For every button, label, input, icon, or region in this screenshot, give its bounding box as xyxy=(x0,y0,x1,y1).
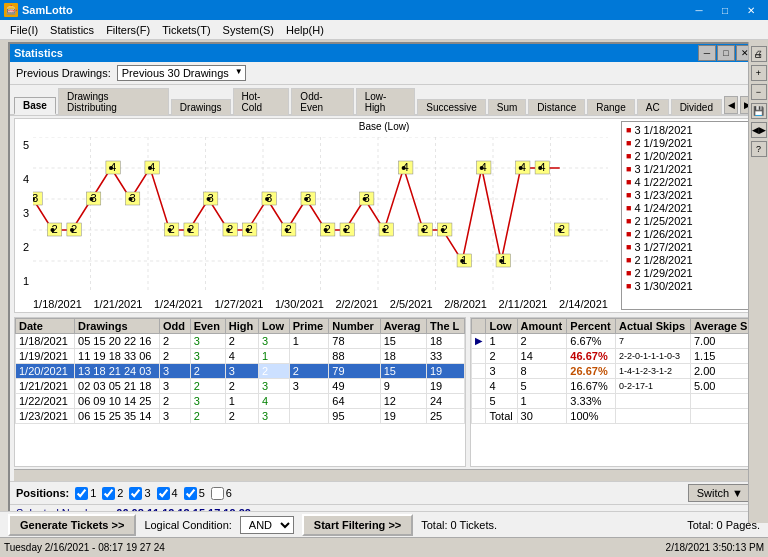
col-percent: Percent xyxy=(567,319,616,334)
y-label-1: 1 xyxy=(23,275,29,287)
tab-divided[interactable]: Divided xyxy=(671,99,722,115)
table-row[interactable]: 1/22/2021 06 09 10 14 25 2 3 1 4 64 12 2… xyxy=(16,394,465,409)
pos-checkbox-2[interactable] xyxy=(102,487,115,500)
app-title: SamLotto xyxy=(22,4,686,16)
table-row[interactable]: 1/21/2021 02 03 05 21 18 3 2 2 3 3 49 9 … xyxy=(16,379,465,394)
table-row[interactable]: ▶ 1 2 6.67% 7 7.00 xyxy=(472,334,753,349)
table-row[interactable]: 1/18/2021 05 15 20 22 16 2 3 2 3 1 78 15… xyxy=(16,334,465,349)
menu-file[interactable]: File(I) xyxy=(4,22,44,38)
table-row[interactable]: 5 1 3.33% xyxy=(472,394,753,409)
y-label-4: 4 xyxy=(23,173,29,185)
pos-check-3[interactable]: 3 xyxy=(129,487,150,500)
prev-drawings-label: Previous Drawings: xyxy=(16,67,111,79)
stats-maximize[interactable]: □ xyxy=(717,45,735,61)
pos-checkbox-5[interactable] xyxy=(184,487,197,500)
tab-sum[interactable]: Sum xyxy=(488,99,527,115)
table-row[interactable]: 4 5 16.67% 0-2-17-1 5.00 xyxy=(472,379,753,394)
save-button[interactable]: 💾 xyxy=(751,103,767,119)
tab-low-high[interactable]: Low-High xyxy=(356,88,416,115)
nav-button[interactable]: ◀▶ xyxy=(751,122,767,138)
generate-tickets-button[interactable]: Generate Tickets >> xyxy=(8,514,136,536)
zoom-out-button[interactable]: − xyxy=(751,84,767,100)
pos-check-2[interactable]: 2 xyxy=(102,487,123,500)
x-label-0: 1/18/2021 xyxy=(33,298,82,310)
table-row[interactable]: 1/20/2021 13 18 21 24 03 3 2 3 2 2 79 15… xyxy=(16,364,465,379)
left-table: Date Drawings Odd Even High Low Prime Nu… xyxy=(15,318,465,424)
menu-help[interactable]: Help(H) xyxy=(280,22,330,38)
close-button[interactable]: ✕ xyxy=(738,0,764,20)
col-drawings: Drawings xyxy=(75,319,160,334)
zoom-in-button[interactable]: + xyxy=(751,65,767,81)
col-odd: Odd xyxy=(160,319,191,334)
logic-condition-label: Logical Condition: xyxy=(144,519,231,531)
svg-point-67 xyxy=(363,197,367,201)
maximize-button[interactable]: □ xyxy=(712,0,738,20)
right-data-table[interactable]: Low Amount Percent Actual Skips Average … xyxy=(470,317,754,467)
table-row[interactable]: 1/19/2021 11 19 18 33 06 2 3 4 1 88 18 3… xyxy=(16,349,465,364)
left-data-table[interactable]: Date Drawings Odd Even High Low Prime Nu… xyxy=(14,317,466,467)
legend-item-3: ■3 1/21/2021 xyxy=(626,163,746,176)
legend-item-0: ■3 1/18/2021 xyxy=(626,124,746,137)
prev-drawings-select[interactable]: Previous 10 Drawings Previous 20 Drawing… xyxy=(117,65,246,81)
pos-check-5[interactable]: 5 xyxy=(184,487,205,500)
table-row[interactable]: 3 8 26.67% 1-4-1-2-3-1-2 2.00 xyxy=(472,364,753,379)
tab-odd-even[interactable]: Odd-Even xyxy=(291,88,353,115)
col-indicator xyxy=(472,319,486,334)
tab-range[interactable]: Range xyxy=(587,99,634,115)
col-number: Number xyxy=(329,319,380,334)
menu-filters[interactable]: Filters(F) xyxy=(100,22,156,38)
tab-hot-cold[interactable]: Hot-Cold xyxy=(233,88,290,115)
help-button[interactable]: ? xyxy=(751,141,767,157)
pos-check-1[interactable]: 1 xyxy=(75,487,96,500)
y-label-2: 2 xyxy=(23,241,29,253)
tab-successive[interactable]: Successive xyxy=(417,99,486,115)
legend-item-10: ■2 1/28/2021 xyxy=(626,254,746,267)
x-label-7: 2/8/2021 xyxy=(444,298,487,310)
legend-item-9: ■3 1/27/2021 xyxy=(626,241,746,254)
x-label-8: 2/11/2021 xyxy=(499,298,548,310)
pos-checkbox-1[interactable] xyxy=(75,487,88,500)
stats-window-controls: ─ □ ✕ xyxy=(698,45,754,61)
menu-tickets[interactable]: Tickets(T) xyxy=(156,22,216,38)
svg-point-46 xyxy=(226,228,230,232)
right-toolbar: 🖨 + − 💾 ◀▶ ? xyxy=(748,42,768,523)
switch-button[interactable]: Switch ▼ xyxy=(688,484,752,502)
minimize-button[interactable]: ─ xyxy=(686,0,712,20)
svg-point-97 xyxy=(558,228,562,232)
stats-titlebar: Statistics ─ □ ✕ xyxy=(10,44,758,62)
table-row[interactable]: 2 14 46.67% 2-2-0-1-1-1-0-3 1.15 xyxy=(472,349,753,364)
pos-checkbox-6[interactable] xyxy=(211,487,224,500)
tab-ac[interactable]: AC xyxy=(637,99,669,115)
svg-point-58 xyxy=(304,197,308,201)
statistics-window: Statistics ─ □ ✕ Previous Drawings: Prev… xyxy=(8,42,760,523)
pos-check-6[interactable]: 6 xyxy=(211,487,232,500)
svg-point-34 xyxy=(148,166,152,170)
tabs-bar: Base Drawings Distributing Drawings Hot-… xyxy=(10,85,758,116)
menu-statistics[interactable]: Statistics xyxy=(44,22,100,38)
chart-title: Base (Low) xyxy=(359,121,410,132)
tab-drawings-distributing[interactable]: Drawings Distributing xyxy=(58,88,169,115)
tab-distance[interactable]: Distance xyxy=(528,99,585,115)
pos-check-4[interactable]: 4 xyxy=(157,487,178,500)
print-button[interactable]: 🖨 xyxy=(751,46,767,62)
col-even: Even xyxy=(190,319,225,334)
window-controls: ─ □ ✕ xyxy=(686,0,764,20)
pos-checkbox-4[interactable] xyxy=(157,487,170,500)
col-date: Date xyxy=(16,319,75,334)
tabs-prev-btn[interactable]: ◀ xyxy=(724,96,738,114)
table-row[interactable]: 1/23/2021 06 15 25 35 14 3 2 2 3 95 19 2… xyxy=(16,409,465,424)
svg-point-64 xyxy=(343,228,347,232)
tab-base[interactable]: Base xyxy=(14,97,56,115)
logic-condition-select[interactable]: AND OR xyxy=(240,516,294,534)
table-row[interactable]: Total 30 100% xyxy=(472,409,753,424)
stats-minimize[interactable]: ─ xyxy=(698,45,716,61)
horizontal-scrollbar[interactable] xyxy=(14,469,754,481)
svg-point-31 xyxy=(128,197,132,201)
start-filtering-button[interactable]: Start Filtering >> xyxy=(302,514,413,536)
menu-system[interactable]: System(S) xyxy=(217,22,280,38)
status-right-text: 2/18/2021 3:50:13 PM xyxy=(666,542,764,553)
statusbar: Tuesday 2/16/2021 - 08:17 19 27 24 2/18/… xyxy=(0,537,768,557)
x-label-9: 2/14/2021 xyxy=(559,298,608,310)
pos-checkbox-3[interactable] xyxy=(129,487,142,500)
tab-drawings[interactable]: Drawings xyxy=(171,99,231,115)
